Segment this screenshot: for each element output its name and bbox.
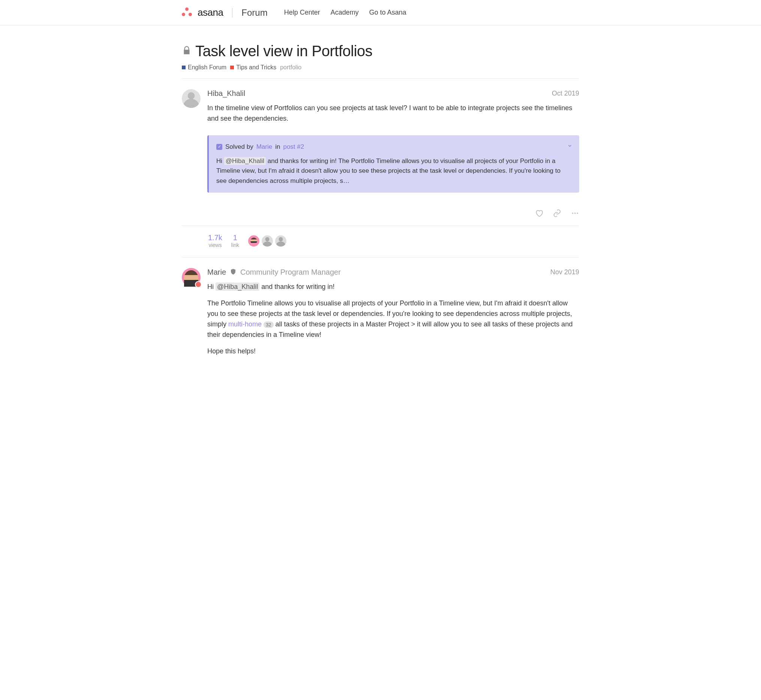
post-text: In the timeline view of Portfolios can y…	[207, 103, 579, 124]
solution-preview: Hi @Hiba_Khalil and thanks for writing i…	[216, 156, 572, 186]
post: Hiba_Khalil Oct 2019 In the timeline vie…	[182, 78, 579, 226]
author-name[interactable]: Hiba_Khalil	[207, 89, 245, 98]
avatar[interactable]	[275, 235, 287, 247]
participant-avatars	[248, 235, 287, 247]
divider	[232, 8, 232, 17]
post-closing: Hope this helps!	[207, 346, 579, 357]
user-mention[interactable]: @Hiba_Khalil	[216, 283, 260, 291]
brand-name: asana	[197, 7, 223, 18]
solver-link[interactable]: Marie	[257, 142, 272, 152]
svg-point-1	[574, 212, 576, 214]
category-english-forum[interactable]: English Forum	[182, 64, 226, 71]
post-date[interactable]: Oct 2019	[552, 89, 579, 97]
nav-help-center[interactable]: Help Center	[284, 9, 320, 17]
author-name[interactable]: Marie	[207, 268, 226, 277]
topic-title: Task level view in Portfolios	[195, 43, 372, 59]
chevron-down-icon[interactable]	[567, 141, 572, 152]
avatar[interactable]	[261, 235, 273, 247]
post: Marie Community Program Manager Nov 2019…	[182, 257, 579, 362]
share-link-button[interactable]	[553, 209, 561, 219]
shield-icon	[230, 268, 236, 277]
asana-logo-icon	[182, 8, 192, 18]
post-ref-link[interactable]: post #2	[283, 142, 304, 152]
avatar[interactable]	[182, 268, 200, 287]
forum-label[interactable]: Forum	[241, 8, 267, 18]
category-tips-tricks[interactable]: Tips and Tricks	[230, 64, 276, 71]
check-icon: ✓	[216, 144, 222, 150]
author-role: Community Program Manager	[240, 268, 341, 277]
avatar[interactable]	[248, 235, 260, 247]
post-date[interactable]: Nov 2019	[550, 268, 579, 276]
logo[interactable]: asana	[182, 7, 223, 18]
link-stat[interactable]: 1 link	[231, 233, 239, 248]
like-button[interactable]	[535, 209, 543, 219]
topic-stats: 1.7k views 1 link	[182, 226, 579, 257]
topic-header: Task level view in Portfolios English Fo…	[182, 25, 579, 78]
avatar[interactable]	[182, 89, 200, 108]
post-actions	[207, 200, 579, 226]
topic-tag[interactable]: portfolio	[280, 64, 301, 71]
more-menu-button[interactable]	[571, 209, 579, 219]
lock-icon	[182, 46, 191, 57]
link-count-badge: 32	[263, 322, 273, 328]
post-greeting: Hi @Hiba_Khalil and thanks for writing i…	[207, 282, 579, 292]
svg-point-0	[572, 212, 573, 214]
views-stat[interactable]: 1.7k views	[208, 233, 222, 248]
nav-go-to-asana[interactable]: Go to Asana	[369, 9, 406, 17]
nav-academy[interactable]: Academy	[330, 9, 359, 17]
user-mention[interactable]: @Hiba_Khalil	[224, 157, 266, 165]
post-body-main: The Portfolio Timeline allows you to vis…	[207, 298, 579, 340]
site-header: asana Forum Help Center Academy Go to As…	[0, 0, 761, 25]
svg-point-2	[577, 212, 578, 214]
inline-link[interactable]: multi-home	[228, 320, 261, 328]
header-nav: Help Center Academy Go to Asana	[284, 9, 406, 17]
solution-box[interactable]: ✓ Solved by Marie in post #2 Hi @Hiba_Kh…	[207, 135, 579, 192]
staff-badge-icon	[195, 281, 202, 288]
